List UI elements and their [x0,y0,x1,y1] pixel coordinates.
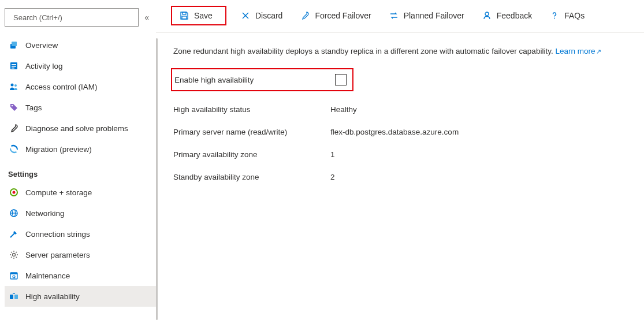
sidebar-item-label: Tags [25,103,42,112]
save-icon [179,10,189,21]
sidebar-item-access-control[interactable]: Access control (IAM) [5,76,156,97]
sidebar-item-label: Server parameters [25,251,90,259]
learn-more-link[interactable]: Learn more↗ [555,47,601,55]
connection-icon [8,228,20,240]
sidebar-item-label: Connection strings [25,230,90,239]
sidebar: « Overview Activity log Access control ( [0,0,156,320]
tags-icon [8,102,20,113]
discard-icon [240,10,251,21]
help-icon [549,10,560,21]
svg-rect-22 [183,12,186,14]
access-control-icon [8,81,20,92]
sidebar-item-compute-storage[interactable]: Compute + storage [5,182,156,203]
migration-icon [8,143,20,155]
collapse-sidebar-button[interactable]: « [143,10,150,24]
field-label: Enable high availability [174,76,265,84]
gear-icon [8,249,20,261]
sidebar-item-label: Migration (preview) [25,145,92,154]
sidebar-item-maintenance[interactable]: Maintenance [5,265,156,286]
svg-rect-21 [14,295,18,299]
sidebar-item-activity-log[interactable]: Activity log [5,55,156,76]
sidebar-item-label: Diagnose and solve problems [25,124,128,133]
primary-zone-row: Primary availability zone 1 [173,150,627,159]
svg-rect-7 [12,68,14,69]
sidebar-item-connection-strings[interactable]: Connection strings [5,224,156,244]
standby-zone-row: Standby availability zone 2 [173,173,627,181]
sidebar-item-diagnose[interactable]: Diagnose and solve problems [5,118,156,139]
toolbar-label: Discard [255,11,282,20]
toolbar-label: Feedback [497,11,532,20]
svg-point-10 [12,105,13,106]
sidebar-item-label: Compute + storage [25,188,92,197]
compute-icon [8,187,20,198]
feedback-icon [482,10,492,21]
svg-rect-3 [12,42,17,46]
planned-failover-button[interactable]: Planned Failover [385,8,468,23]
sidebar-item-networking[interactable]: Networking [5,203,156,224]
toolbar-label: Save [194,11,213,20]
svg-rect-6 [12,66,16,67]
discard-button[interactable]: Discard [237,8,286,23]
sidebar-item-label: Maintenance [25,271,70,280]
wrench-icon [300,10,310,21]
sidebar-item-migration[interactable]: Migration (preview) [5,139,156,159]
sidebar-item-label: Overview [25,41,58,50]
field-value: Healthy [330,105,357,114]
main-panel: Save Discard Forced Failover Planned Fai… [156,0,644,320]
feedback-button[interactable]: Feedback [478,8,535,23]
toolbar-label: Forced Failover [315,11,371,20]
save-button[interactable]: Save [171,6,226,25]
sidebar-item-overview[interactable]: Overview [5,35,156,55]
sidebar-item-label: Access control (IAM) [25,83,98,91]
field-label: Standby availability zone [173,173,330,181]
sidebar-item-label: Networking [25,209,65,218]
svg-point-16 [13,254,16,256]
toolbar: Save Discard Forced Failover Planned Fai… [156,0,644,33]
svg-rect-20 [10,295,13,299]
maintenance-icon [8,270,20,281]
wrench-icon [8,122,20,134]
svg-rect-5 [12,64,16,65]
svg-point-8 [11,84,14,87]
svg-rect-23 [182,16,187,19]
sidebar-item-server-parameters[interactable]: Server parameters [5,244,156,265]
sidebar-section-settings: Settings [5,159,156,182]
sidebar-item-label: Activity log [25,62,63,70]
forced-failover-button[interactable]: Forced Failover [296,8,374,23]
description-text: Zone redundant high availability deploys… [173,47,627,55]
sidebar-item-tags[interactable]: Tags [5,97,156,118]
primary-server-name-row: Primary server name (read/write) flex-db… [173,128,627,136]
sidebar-item-high-availability[interactable]: High availability [5,286,156,307]
search-box[interactable] [5,8,139,27]
high-availability-icon [8,291,20,302]
search-input[interactable] [10,13,133,23]
field-value: flex-db.postgres.database.azure.com [330,128,459,136]
swap-icon [389,10,399,21]
sidebar-item-label: High availability [25,292,80,301]
enable-high-availability-row: Enable high availability [171,68,353,91]
field-label: Primary server name (read/write) [173,128,330,136]
svg-point-12 [13,191,16,194]
toolbar-label: FAQs [564,11,585,20]
networking-icon [8,207,20,219]
svg-point-27 [554,18,555,19]
svg-rect-18 [10,273,17,274]
field-label: Primary availability zone [173,150,330,159]
field-value: 1 [330,150,335,159]
svg-point-19 [13,276,15,278]
faqs-button[interactable]: FAQs [546,8,588,23]
status-row: High availability status Healthy [173,105,627,114]
enable-high-availability-checkbox[interactable] [335,74,347,85]
svg-point-26 [485,12,489,16]
activity-log-icon [8,60,20,72]
toolbar-label: Planned Failover [404,11,464,20]
scroll-indicator [156,38,158,320]
field-label: High availability status [173,105,330,114]
field-value: 2 [330,173,335,181]
svg-point-9 [14,84,17,87]
server-icon [8,39,20,51]
external-link-icon: ↗ [596,48,601,55]
